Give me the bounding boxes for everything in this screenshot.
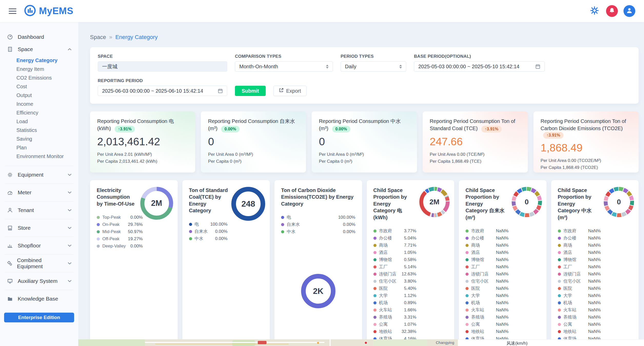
sidebar-item-store[interactable]: Store [0,222,78,234]
base-period-input[interactable]: 2025-05-03 00:00:00 ~ 2025-05-10 15:42:1… [414,61,545,72]
legend-item[interactable]: 工厂NaN% [465,263,509,271]
sidebar-item-shopfloor[interactable]: Shopfloor [0,239,78,252]
sidebar-subitem[interactable]: Load [0,117,78,126]
sidebar-subitem[interactable]: Plan [0,143,78,152]
legend-label: 酒店 [563,250,572,255]
legend-item[interactable]: 大学NaN% [558,292,601,299]
legend-item[interactable]: 博物馆NaN% [465,256,509,263]
sidebar-item-meter[interactable]: Meter [0,186,78,199]
summary-card-value: 0 [319,136,410,148]
legend-item[interactable]: 商场NaN% [558,242,601,249]
legend-item[interactable]: 市政府NaN% [558,227,601,235]
legend-item[interactable]: 工厂5.14% [373,263,417,271]
legend-item[interactable]: 养殖场NaN% [465,314,509,321]
map-preview[interactable]: Changying [78,339,458,346]
legend-item[interactable]: 酒店1.05% [373,249,417,256]
sidebar-subitem[interactable]: Efficiency [0,108,78,117]
notifications-button[interactable] [606,5,618,17]
legend-item[interactable]: 住宅小区3.80% [373,278,417,285]
legend-item[interactable]: Off-Peak19.27% [97,235,143,243]
legend-item[interactable]: 办公楼NaN% [558,235,601,242]
legend-item[interactable]: 养殖场NaN% [558,314,601,321]
legend-item[interactable]: 办公楼5.04% [373,235,417,242]
sidebar-subitem[interactable]: Output [0,91,78,100]
legend-item[interactable]: 中水0.00% [281,228,355,235]
summary-card-value: 2,013,461.42 [97,136,188,148]
summary-card-title: Reporting Period Consumption Ton of Stan… [430,118,515,131]
legend-item[interactable]: 公寓1.07% [373,321,417,328]
legend-value: NaN% [588,286,601,291]
sidebar-item-equipment[interactable]: Equipment [0,169,78,181]
legend-item[interactable]: Top-Peak0.00% [97,214,143,221]
legend-item[interactable]: 连锁门店12.63% [373,271,417,278]
legend-item[interactable]: 大学1.12% [373,292,417,299]
sidebar-item-space[interactable]: Space [0,43,78,55]
legend-label: Mid-Peak [102,229,121,234]
sidebar-item-tenant[interactable]: Tenant [0,204,78,216]
legend-item[interactable]: 医院5.40% [373,285,417,292]
legend-item[interactable]: 自来水0.00% [189,228,228,235]
legend-item[interactable]: 大学NaN% [465,292,509,299]
legend-item[interactable]: 地铁站32.38% [373,328,417,335]
legend-item[interactable]: 电100.00% [281,214,355,221]
legend-item[interactable]: 火车站1.66% [373,306,417,314]
sidebar-subitem[interactable]: Statistics [0,126,78,134]
sidebar-subitem[interactable]: Cost [0,82,78,91]
legend-item[interactable]: 地铁站NaN% [558,328,601,335]
legend-item[interactable]: 机场0.89% [373,299,417,306]
period-types-select[interactable]: Daily [341,61,406,72]
settings-gear-button[interactable] [589,5,600,17]
sidebar-item-dashboard[interactable]: Dashboard [0,31,78,43]
legend-item[interactable]: 博物馆NaN% [558,256,601,263]
legend-item[interactable]: 火车站NaN% [465,306,509,314]
legend-item[interactable]: 医院NaN% [465,285,509,292]
legend-item[interactable]: 市政府3.77% [373,227,417,235]
account-button[interactable] [623,5,635,17]
legend-item[interactable]: 住宅小区NaN% [558,278,601,285]
legend-item[interactable]: 市政府NaN% [465,227,509,235]
legend-item[interactable]: 工厂NaN% [558,263,601,271]
legend-item[interactable]: 商场7.71% [373,242,417,249]
legend-item[interactable]: 连锁门店NaN% [558,271,601,278]
donut-chart: 0 [604,187,634,217]
legend-item[interactable]: 医院NaN% [558,285,601,292]
sidebar-subitem[interactable]: Energy Category [0,56,78,65]
legend-item[interactable]: 商场NaN% [465,242,509,249]
legend-item[interactable]: 酒店NaN% [465,249,509,256]
sidebar-subitem[interactable]: Energy Item [0,65,78,73]
legend-item[interactable]: On-Peak29.76% [97,221,143,228]
legend-item[interactable]: 机场NaN% [465,299,509,306]
sidebar-subitem[interactable]: Saving [0,134,78,143]
legend-item[interactable]: 中水0.00% [189,235,228,242]
sidebar-subitem[interactable]: Income [0,100,78,108]
export-button[interactable]: Export [273,86,306,96]
enterprise-edition-button[interactable]: Enterprise Edition [4,313,74,322]
legend-item[interactable]: Mid-Peak50.97% [97,228,143,235]
legend-item[interactable]: 养殖场3.31% [373,314,417,321]
legend-item[interactable]: 火车站NaN% [558,306,601,314]
legend-item[interactable]: 住宅小区NaN% [465,278,509,285]
legend-item[interactable]: 办公楼NaN% [465,235,509,242]
legend-item[interactable]: 博物馆0.58% [373,256,417,263]
legend-item[interactable]: 公寓NaN% [465,321,509,328]
legend-item[interactable]: 酒店NaN% [558,249,601,256]
space-input[interactable]: 一度城 [98,61,227,72]
sidebar-subitem[interactable]: Environment Monitor [0,152,78,161]
sidebar-item-auxiliary-system[interactable]: Auxiliary System [0,275,78,287]
breadcrumb-space[interactable]: Space [90,34,106,40]
comparison-types-select[interactable]: Month-On-Month [235,61,333,72]
legend-item[interactable]: 自来水0.00% [281,221,355,228]
legend-item[interactable]: 公寓NaN% [558,321,601,328]
legend-item[interactable]: 电100.00% [189,221,228,228]
submit-button[interactable]: Submit [235,86,266,96]
legend-item[interactable]: 机场NaN% [558,299,601,306]
menu-toggle-icon[interactable] [9,8,16,14]
legend-item[interactable]: 地铁站NaN% [465,328,509,335]
sidebar-subitem[interactable]: CO2 Emissions [0,73,78,82]
legend-item[interactable]: Deep-Valley0.00% [97,243,143,250]
reporting-period-input[interactable]: 2025-06-03 00:00:00 ~ 2025-06-10 15:42:1… [98,86,227,96]
sidebar-item-knowledge-base[interactable]: Knowledge Base [0,293,78,305]
sidebar-item-combined-equipment[interactable]: Combined Equipment [0,257,78,270]
brand-logo[interactable]: MyEMS [24,5,73,17]
legend-item[interactable]: 连锁门店NaN% [465,271,509,278]
